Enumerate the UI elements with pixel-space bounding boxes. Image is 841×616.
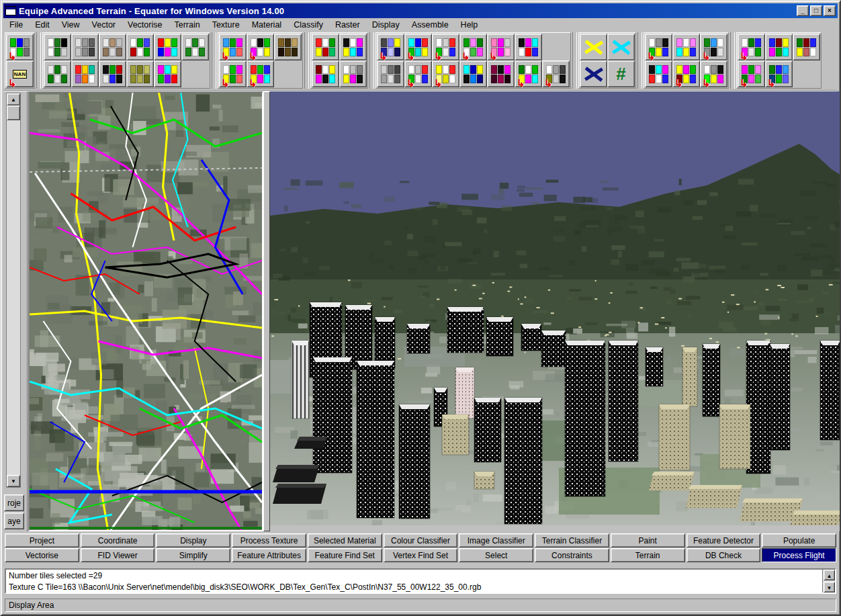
- framed-picture-icon-button[interactable]: [274, 34, 302, 60]
- panel-button-simplify[interactable]: Simplify: [156, 548, 230, 562]
- scroll-thumb[interactable]: [7, 105, 20, 120]
- diamond-colourbar-icon-button[interactable]: ↳: [515, 60, 542, 87]
- close-button[interactable]: ×: [824, 5, 836, 16]
- colour-blocks-icon-button[interactable]: [71, 60, 99, 87]
- menu-raster[interactable]: Raster: [329, 19, 366, 31]
- project-rail-button[interactable]: roje: [4, 494, 24, 511]
- grid-green-icon-button[interactable]: ↳: [459, 34, 487, 60]
- panel-button-vectorise[interactable]: Vectorise: [5, 548, 79, 562]
- menu-display[interactable]: Display: [366, 19, 406, 31]
- vector-import-icon-button[interactable]: ↳: [247, 34, 274, 60]
- terrain-collage2-icon-button[interactable]: [793, 34, 820, 60]
- panel-button-db-check[interactable]: DB Check: [687, 548, 761, 562]
- twin-peaks-icon-button[interactable]: [672, 34, 700, 60]
- ortho-import-icon-button[interactable]: ↳: [219, 34, 247, 60]
- panel-button-vertex-find-set[interactable]: Vertex Find Set: [384, 548, 458, 562]
- curve-fill-icon-button[interactable]: [515, 34, 542, 60]
- panel-splitter[interactable]: [263, 91, 270, 531]
- mesh-import-icon-button[interactable]: ↳: [219, 60, 247, 87]
- menu-classify[interactable]: Classify: [287, 19, 329, 31]
- attribute-table-icon-button[interactable]: [44, 34, 71, 60]
- dotgrid-colourbar-icon-button[interactable]: ↳: [672, 60, 700, 87]
- panel-button-terrain[interactable]: Terrain: [611, 548, 685, 562]
- greyscale-to-colour-icon-button[interactable]: ↳: [645, 34, 672, 60]
- nan-fill-icon-button[interactable]: NAN↳: [6, 60, 34, 87]
- message-scrollbar[interactable]: ▲ ▼: [822, 570, 835, 592]
- panel-button-selected-material[interactable]: Selected Material: [308, 533, 382, 547]
- page-polygon-icon-button[interactable]: ↳: [738, 34, 765, 60]
- menu-help[interactable]: Help: [455, 19, 484, 31]
- map-viewport[interactable]: [28, 91, 263, 531]
- minimize-button[interactable]: _: [797, 5, 809, 16]
- histogram-grade-icon-button[interactable]: ↳: [700, 34, 727, 60]
- scroll-up-button[interactable]: ▲: [7, 93, 20, 105]
- menu-texture[interactable]: Texture: [206, 19, 246, 31]
- panel-button-feature-detector[interactable]: Feature Detector: [687, 533, 761, 547]
- panel-button-colour-classifier[interactable]: Colour Classifier: [384, 533, 458, 547]
- mouse-icon-button[interactable]: [71, 34, 99, 60]
- swoosh-pink-icon-button[interactable]: ↳: [738, 60, 765, 87]
- tin-mesh-icon-button[interactable]: [44, 60, 71, 87]
- vehicle-icon-button[interactable]: [377, 60, 404, 87]
- panel-button-feature-find-set[interactable]: Feature Find Set: [308, 548, 382, 562]
- menu-assemble[interactable]: Assemble: [406, 19, 455, 31]
- menu-view[interactable]: View: [56, 19, 86, 31]
- dots-pink-icon-button[interactable]: ↳: [487, 34, 515, 60]
- grade-colourbar-icon-button[interactable]: ↳: [700, 60, 727, 87]
- scatter-blue-icon-button[interactable]: ↳: [765, 60, 793, 87]
- layer-rail-button[interactable]: aye: [4, 513, 24, 529]
- panel-button-feature-attributes[interactable]: Feature Attributes: [232, 548, 306, 562]
- network-navy-icon-button[interactable]: [580, 60, 607, 87]
- frame-yellow-icon-button[interactable]: ↳: [432, 60, 459, 87]
- gamma-curve-icon-button[interactable]: [645, 60, 672, 87]
- frame-select-icon-button[interactable]: ↳: [404, 60, 432, 87]
- terrain-3d-viewport[interactable]: [270, 91, 841, 525]
- map-dots-icon-button[interactable]: [99, 60, 126, 87]
- message-scroll-down-button[interactable]: ▼: [824, 582, 835, 592]
- panel-button-terrain-classifier[interactable]: Terrain Classifier: [535, 533, 609, 547]
- tile-stack-icon-button[interactable]: ↳: [247, 60, 274, 87]
- paint-bucket-grey-icon-button[interactable]: [339, 60, 367, 87]
- dropper-icon-button[interactable]: [312, 34, 339, 60]
- maximize-button[interactable]: □: [810, 5, 822, 16]
- panel-button-populate[interactable]: Populate: [762, 533, 836, 547]
- menu-vector[interactable]: Vector: [86, 19, 122, 31]
- classify-cyan-icon-button[interactable]: ↳: [404, 34, 432, 60]
- halftone-stack-icon-button[interactable]: ↳: [542, 60, 570, 87]
- histogram-green-icon-button[interactable]: [181, 34, 209, 60]
- panel-button-paint[interactable]: Paint: [611, 533, 685, 547]
- menu-terrain[interactable]: Terrain: [168, 19, 206, 31]
- panel-button-coordinate[interactable]: Coordinate: [81, 533, 155, 547]
- panel-button-fid-viewer[interactable]: FID Viewer: [81, 548, 155, 562]
- message-scroll-up-button[interactable]: ▲: [824, 570, 835, 580]
- terrain-collage-icon-button[interactable]: [765, 34, 793, 60]
- swatch-dropper-icon-button[interactable]: [339, 34, 367, 60]
- digitise-hand-icon-button[interactable]: [99, 34, 126, 60]
- map-features-icon-button[interactable]: [126, 34, 154, 60]
- panel-button-project[interactable]: Project: [5, 533, 79, 547]
- menu-edit[interactable]: Edit: [29, 19, 56, 31]
- layer-swap-icon-button[interactable]: ↳: [6, 34, 34, 60]
- panel-button-process-flight[interactable]: Process Flight: [762, 548, 836, 562]
- network-green-icon-button[interactable]: #: [607, 60, 635, 87]
- material-blue-icon-button[interactable]: [459, 60, 487, 87]
- menu-file[interactable]: File: [3, 19, 29, 31]
- panel-button-select[interactable]: Select: [459, 548, 533, 562]
- weave-icon-button[interactable]: [126, 60, 154, 87]
- panel-button-constraints[interactable]: Constraints: [535, 548, 609, 562]
- waffle-maroon-icon-button[interactable]: [487, 60, 515, 87]
- classify-shape-icon-button[interactable]: ↳: [377, 34, 404, 60]
- menu-material[interactable]: Material: [246, 19, 287, 31]
- colour-wheel-icon-button[interactable]: [154, 34, 181, 60]
- classify-white-icon-button[interactable]: ↳: [432, 34, 459, 60]
- network-cyan-icon-button[interactable]: [607, 34, 635, 60]
- map-vertical-scrollbar[interactable]: ▲ ▼: [6, 93, 21, 488]
- paint-bucket-icon-button[interactable]: [312, 60, 339, 87]
- panel-button-display[interactable]: Display: [156, 533, 230, 547]
- scroll-down-button[interactable]: ▼: [7, 475, 20, 487]
- panel-button-process-texture[interactable]: Process Texture: [232, 533, 306, 547]
- menu-vectorise[interactable]: Vectorise: [122, 19, 168, 31]
- network-yellow-icon-button[interactable]: [580, 34, 607, 60]
- polygon-colours-icon-button[interactable]: [154, 60, 181, 87]
- panel-button-image-classifier[interactable]: Image Classifier: [459, 533, 533, 547]
